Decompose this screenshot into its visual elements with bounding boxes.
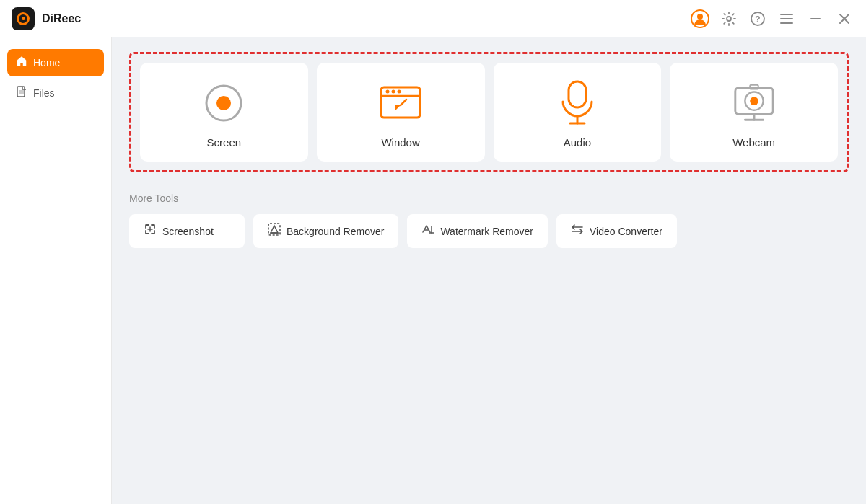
help-icon: ? bbox=[751, 12, 765, 26]
sidebar-item-files[interactable]: Files bbox=[7, 79, 104, 107]
main-layout: Home Files bbox=[0, 37, 866, 504]
watermark-remover-tool-button[interactable]: Watermark Remover bbox=[407, 214, 548, 248]
settings-icon bbox=[722, 12, 736, 26]
audio-mode-icon bbox=[554, 80, 600, 126]
audio-mode-label: Audio bbox=[564, 136, 591, 149]
background-remover-icon bbox=[268, 223, 281, 239]
svg-rect-21 bbox=[569, 81, 586, 107]
app-logo bbox=[12, 7, 35, 30]
video-converter-icon bbox=[571, 223, 584, 239]
svg-point-19 bbox=[392, 90, 395, 94]
screenshot-tool-button[interactable]: Screenshot bbox=[129, 214, 245, 248]
minimize-button[interactable] bbox=[805, 9, 826, 29]
screen-mode-label: Screen bbox=[207, 136, 242, 149]
recording-modes-grid: Screen Wi bbox=[140, 63, 838, 162]
svg-point-15 bbox=[216, 96, 231, 110]
screenshot-tool-label: Screenshot bbox=[162, 226, 214, 237]
app-logo-dot bbox=[22, 17, 25, 20]
help-button[interactable]: ? bbox=[748, 9, 768, 29]
tools-grid: Screenshot Background Remover bbox=[129, 214, 849, 248]
more-tools-label: More Tools bbox=[129, 193, 849, 204]
mode-card-window[interactable]: Window bbox=[317, 63, 485, 162]
title-bar-left: DiReec bbox=[12, 7, 81, 30]
mode-card-audio[interactable]: Audio bbox=[494, 63, 662, 162]
profile-button[interactable] bbox=[690, 9, 710, 29]
screen-mode-icon bbox=[201, 80, 247, 126]
svg-point-2 bbox=[727, 17, 731, 21]
webcam-mode-label: Webcam bbox=[732, 136, 775, 149]
content-area: Screen Wi bbox=[112, 37, 866, 504]
mode-card-webcam[interactable]: Webcam bbox=[670, 63, 838, 162]
video-converter-tool-label: Video Converter bbox=[590, 226, 662, 237]
webcam-mode-icon bbox=[731, 80, 777, 126]
svg-rect-8 bbox=[810, 18, 821, 19]
background-remover-tool-button[interactable]: Background Remover bbox=[253, 214, 398, 248]
svg-point-26 bbox=[750, 97, 758, 105]
files-icon bbox=[16, 86, 27, 100]
profile-icon bbox=[691, 9, 709, 28]
watermark-remover-icon bbox=[421, 223, 434, 239]
app-name: DiReec bbox=[42, 12, 81, 25]
svg-point-18 bbox=[386, 90, 390, 94]
svg-rect-5 bbox=[780, 14, 793, 15]
menu-button[interactable] bbox=[777, 9, 797, 29]
title-bar-right: ? bbox=[690, 9, 854, 29]
sidebar-files-label: Files bbox=[33, 87, 55, 99]
title-bar: DiReec ? bbox=[0, 0, 866, 37]
svg-rect-7 bbox=[780, 22, 793, 24]
watermark-remover-tool-label: Watermark Remover bbox=[440, 226, 533, 237]
mode-card-screen[interactable]: Screen bbox=[140, 63, 308, 162]
home-icon bbox=[16, 56, 27, 70]
svg-text:?: ? bbox=[755, 14, 760, 25]
background-remover-tool-label: Background Remover bbox=[287, 226, 384, 237]
menu-icon bbox=[780, 14, 793, 24]
svg-point-20 bbox=[398, 90, 401, 94]
screenshot-icon bbox=[144, 223, 157, 239]
svg-rect-6 bbox=[780, 18, 793, 19]
sidebar-home-label: Home bbox=[33, 57, 60, 68]
close-button[interactable] bbox=[834, 9, 854, 29]
settings-button[interactable] bbox=[719, 9, 739, 29]
more-tools-section: More Tools Screenshot bbox=[129, 193, 849, 248]
video-converter-tool-button[interactable]: Video Converter bbox=[556, 214, 677, 248]
minimize-icon bbox=[810, 18, 821, 19]
app-logo-inner bbox=[17, 12, 30, 25]
recording-modes-wrapper: Screen Wi bbox=[129, 52, 849, 172]
window-mode-label: Window bbox=[381, 136, 419, 149]
window-mode-icon bbox=[377, 80, 424, 126]
svg-point-1 bbox=[697, 14, 703, 19]
sidebar: Home Files bbox=[0, 37, 112, 504]
svg-rect-11 bbox=[17, 87, 25, 97]
close-icon bbox=[839, 14, 849, 24]
sidebar-item-home[interactable]: Home bbox=[7, 49, 104, 76]
